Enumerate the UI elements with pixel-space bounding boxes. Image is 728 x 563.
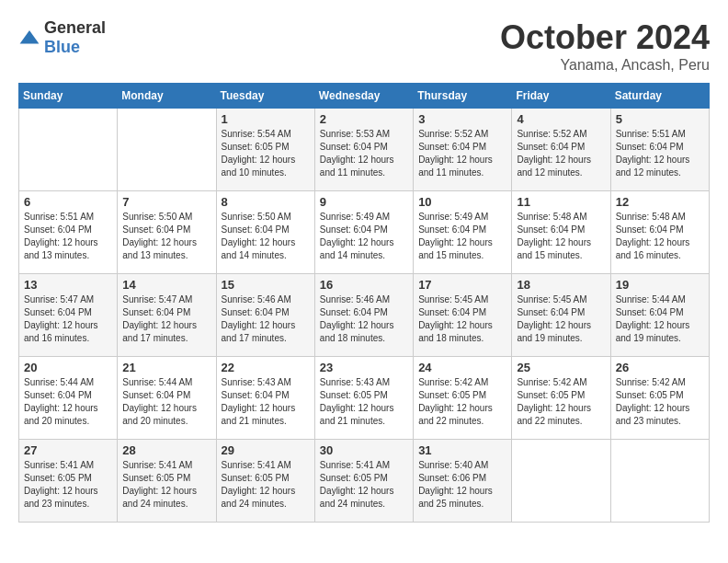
cell-info: Sunrise: 5:44 AMSunset: 6:04 PMDaylight:… xyxy=(122,376,210,428)
calendar-cell: 16Sunrise: 5:46 AMSunset: 6:04 PMDayligh… xyxy=(314,274,413,357)
location-title: Yanama, Ancash, Peru xyxy=(500,57,710,74)
day-number: 18 xyxy=(517,278,605,292)
day-number: 5 xyxy=(616,112,704,126)
cell-info: Sunrise: 5:51 AMSunset: 6:04 PMDaylight:… xyxy=(24,211,112,262)
day-number: 15 xyxy=(222,278,310,292)
calendar-cell: 23Sunrise: 5:43 AMSunset: 6:05 PMDayligh… xyxy=(314,357,413,440)
day-number: 29 xyxy=(222,443,310,457)
calendar-cell: 20Sunrise: 5:44 AMSunset: 6:04 PMDayligh… xyxy=(19,357,118,440)
calendar-cell: 24Sunrise: 5:42 AMSunset: 6:05 PMDayligh… xyxy=(414,357,512,440)
cell-info: Sunrise: 5:41 AMSunset: 6:05 PMDaylight:… xyxy=(122,459,210,511)
cell-info: Sunrise: 5:41 AMSunset: 6:05 PMDaylight:… xyxy=(222,459,310,511)
cell-info: Sunrise: 5:51 AMSunset: 6:04 PMDaylight:… xyxy=(616,128,704,179)
week-row-1: 1Sunrise: 5:54 AMSunset: 6:05 PMDaylight… xyxy=(19,109,710,191)
cell-info: Sunrise: 5:43 AMSunset: 6:05 PMDaylight:… xyxy=(320,376,408,428)
week-row-4: 20Sunrise: 5:44 AMSunset: 6:04 PMDayligh… xyxy=(19,357,710,440)
day-number: 30 xyxy=(320,443,408,457)
title-section: October 2024 Yanama, Ancash, Peru xyxy=(500,18,710,74)
header-day-sunday: Sunday xyxy=(19,84,118,109)
calendar-cell: 15Sunrise: 5:46 AMSunset: 6:04 PMDayligh… xyxy=(216,274,314,357)
cell-info: Sunrise: 5:41 AMSunset: 6:05 PMDaylight:… xyxy=(320,459,408,511)
day-number: 14 xyxy=(122,278,210,292)
calendar-cell: 19Sunrise: 5:44 AMSunset: 6:04 PMDayligh… xyxy=(610,274,709,357)
day-number: 10 xyxy=(418,195,506,209)
calendar-cell: 2Sunrise: 5:53 AMSunset: 6:04 PMDaylight… xyxy=(314,109,413,191)
cell-info: Sunrise: 5:44 AMSunset: 6:04 PMDaylight:… xyxy=(616,293,704,345)
calendar-cell: 18Sunrise: 5:45 AMSunset: 6:04 PMDayligh… xyxy=(512,274,610,357)
calendar-cell: 29Sunrise: 5:41 AMSunset: 6:05 PMDayligh… xyxy=(216,440,314,523)
cell-info: Sunrise: 5:43 AMSunset: 6:04 PMDaylight:… xyxy=(222,376,310,428)
calendar-table: SundayMondayTuesdayWednesdayThursdayFrid… xyxy=(18,83,710,523)
day-number: 11 xyxy=(517,195,605,209)
calendar-cell: 14Sunrise: 5:47 AMSunset: 6:04 PMDayligh… xyxy=(118,274,216,357)
calendar-cell: 10Sunrise: 5:49 AMSunset: 6:04 PMDayligh… xyxy=(414,191,512,274)
calendar-cell: 22Sunrise: 5:43 AMSunset: 6:04 PMDayligh… xyxy=(216,357,314,440)
header: General Blue October 2024 Yanama, Ancash… xyxy=(18,18,710,74)
cell-info: Sunrise: 5:42 AMSunset: 6:05 PMDaylight:… xyxy=(418,376,506,428)
day-number: 6 xyxy=(24,195,112,209)
calendar-cell: 12Sunrise: 5:48 AMSunset: 6:04 PMDayligh… xyxy=(610,191,709,274)
day-number: 7 xyxy=(122,195,210,209)
logo-blue: Blue xyxy=(44,38,80,56)
cell-info: Sunrise: 5:48 AMSunset: 6:04 PMDaylight:… xyxy=(517,211,605,262)
day-number: 24 xyxy=(418,361,506,374)
day-number: 26 xyxy=(616,361,704,374)
cell-info: Sunrise: 5:46 AMSunset: 6:04 PMDaylight:… xyxy=(222,293,310,345)
day-number: 12 xyxy=(616,195,704,209)
calendar-cell: 5Sunrise: 5:51 AMSunset: 6:04 PMDaylight… xyxy=(610,109,709,191)
cell-info: Sunrise: 5:50 AMSunset: 6:04 PMDaylight:… xyxy=(122,211,210,262)
calendar-cell: 17Sunrise: 5:45 AMSunset: 6:04 PMDayligh… xyxy=(414,274,512,357)
day-number: 20 xyxy=(24,361,112,374)
week-row-5: 27Sunrise: 5:41 AMSunset: 6:05 PMDayligh… xyxy=(19,440,710,523)
calendar-cell: 31Sunrise: 5:40 AMSunset: 6:06 PMDayligh… xyxy=(414,440,512,523)
cell-info: Sunrise: 5:40 AMSunset: 6:06 PMDaylight:… xyxy=(418,459,506,511)
cell-info: Sunrise: 5:54 AMSunset: 6:05 PMDaylight:… xyxy=(222,128,310,179)
cell-info: Sunrise: 5:45 AMSunset: 6:04 PMDaylight:… xyxy=(517,293,605,345)
cell-info: Sunrise: 5:47 AMSunset: 6:04 PMDaylight:… xyxy=(122,293,210,345)
day-number: 16 xyxy=(320,278,408,292)
header-row: SundayMondayTuesdayWednesdayThursdayFrid… xyxy=(19,84,710,109)
calendar-cell: 25Sunrise: 5:42 AMSunset: 6:05 PMDayligh… xyxy=(512,357,610,440)
day-number: 28 xyxy=(122,443,210,457)
header-day-thursday: Thursday xyxy=(414,84,512,109)
cell-info: Sunrise: 5:42 AMSunset: 6:05 PMDaylight:… xyxy=(517,376,605,428)
calendar-cell: 26Sunrise: 5:42 AMSunset: 6:05 PMDayligh… xyxy=(610,357,709,440)
calendar-cell: 7Sunrise: 5:50 AMSunset: 6:04 PMDaylight… xyxy=(118,191,216,274)
cell-info: Sunrise: 5:52 AMSunset: 6:04 PMDaylight:… xyxy=(418,128,506,179)
day-number: 17 xyxy=(418,278,506,292)
calendar-cell xyxy=(610,440,709,523)
logo-text: General Blue xyxy=(44,18,106,57)
day-number: 3 xyxy=(418,112,506,126)
week-row-2: 6Sunrise: 5:51 AMSunset: 6:04 PMDaylight… xyxy=(19,191,710,274)
header-day-monday: Monday xyxy=(118,84,216,109)
calendar-cell xyxy=(19,109,118,191)
cell-info: Sunrise: 5:52 AMSunset: 6:04 PMDaylight:… xyxy=(517,128,605,179)
calendar-cell: 6Sunrise: 5:51 AMSunset: 6:04 PMDaylight… xyxy=(19,191,118,274)
calendar-cell xyxy=(512,440,610,523)
calendar-cell: 11Sunrise: 5:48 AMSunset: 6:04 PMDayligh… xyxy=(512,191,610,274)
cell-info: Sunrise: 5:48 AMSunset: 6:04 PMDaylight:… xyxy=(616,211,704,262)
month-title: October 2024 xyxy=(500,18,710,57)
cell-info: Sunrise: 5:53 AMSunset: 6:04 PMDaylight:… xyxy=(320,128,408,179)
week-row-3: 13Sunrise: 5:47 AMSunset: 6:04 PMDayligh… xyxy=(19,274,710,357)
day-number: 13 xyxy=(24,278,112,292)
calendar-cell: 28Sunrise: 5:41 AMSunset: 6:05 PMDayligh… xyxy=(118,440,216,523)
day-number: 1 xyxy=(222,112,310,126)
cell-info: Sunrise: 5:42 AMSunset: 6:05 PMDaylight:… xyxy=(616,376,704,428)
calendar-cell: 3Sunrise: 5:52 AMSunset: 6:04 PMDaylight… xyxy=(414,109,512,191)
calendar-cell xyxy=(118,109,216,191)
calendar-cell: 13Sunrise: 5:47 AMSunset: 6:04 PMDayligh… xyxy=(19,274,118,357)
calendar-cell: 9Sunrise: 5:49 AMSunset: 6:04 PMDaylight… xyxy=(314,191,413,274)
calendar-cell: 8Sunrise: 5:50 AMSunset: 6:04 PMDaylight… xyxy=(216,191,314,274)
calendar-cell: 21Sunrise: 5:44 AMSunset: 6:04 PMDayligh… xyxy=(118,357,216,440)
logo: General Blue xyxy=(18,18,106,57)
header-day-tuesday: Tuesday xyxy=(216,84,314,109)
cell-info: Sunrise: 5:46 AMSunset: 6:04 PMDaylight:… xyxy=(320,293,408,345)
day-number: 2 xyxy=(320,112,408,126)
cell-info: Sunrise: 5:44 AMSunset: 6:04 PMDaylight:… xyxy=(24,376,112,428)
day-number: 4 xyxy=(517,112,605,126)
calendar-cell: 1Sunrise: 5:54 AMSunset: 6:05 PMDaylight… xyxy=(216,109,314,191)
day-number: 19 xyxy=(616,278,704,292)
day-number: 21 xyxy=(122,361,210,374)
day-number: 25 xyxy=(517,361,605,374)
